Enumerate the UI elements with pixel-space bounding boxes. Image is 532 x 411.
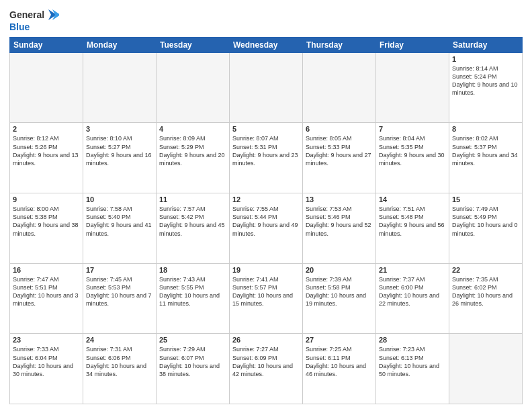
calendar-cell: 14Sunrise: 7:51 AM Sunset: 5:48 PM Dayli… [376,193,449,264]
day-number: 22 [452,266,519,274]
day-number: 1 [452,55,519,63]
calendar-cell: 17Sunrise: 7:45 AM Sunset: 5:53 PM Dayli… [83,263,157,334]
calendar-cell: 27Sunrise: 7:25 AM Sunset: 6:11 PM Dayli… [303,334,376,404]
calendar-cell: 18Sunrise: 7:43 AM Sunset: 5:55 PM Dayli… [157,263,230,334]
day-info: Sunrise: 7:39 AM Sunset: 5:58 PM Dayligh… [306,275,373,308]
calendar-cell: 26Sunrise: 7:27 AM Sunset: 6:09 PM Dayli… [230,334,303,404]
calendar-cell: 1Sunrise: 8:14 AM Sunset: 5:24 PM Daylig… [449,52,523,123]
day-info: Sunrise: 7:58 AM Sunset: 5:40 PM Dayligh… [86,205,153,238]
day-number: 19 [232,266,300,274]
day-number: 6 [306,125,373,133]
day-number: 7 [379,125,446,133]
day-number: 25 [159,336,226,344]
calendar-cell: 24Sunrise: 7:31 AM Sunset: 6:06 PM Dayli… [83,334,157,404]
day-number: 18 [159,266,226,274]
day-info: Sunrise: 7:51 AM Sunset: 5:48 PM Dayligh… [379,205,446,238]
calendar-cell [157,52,230,123]
logo: General Blue [9,8,59,33]
weekday-header: Sunday [10,37,83,52]
weekday-header: Wednesday [230,37,303,52]
calendar-cell: 6Sunrise: 8:05 AM Sunset: 5:33 PM Daylig… [303,123,376,193]
logo-blue: Blue [9,21,59,33]
day-info: Sunrise: 7:43 AM Sunset: 5:55 PM Dayligh… [159,275,226,308]
day-number: 2 [13,125,80,133]
day-info: Sunrise: 7:45 AM Sunset: 5:53 PM Dayligh… [86,275,153,308]
day-info: Sunrise: 8:14 AM Sunset: 5:24 PM Dayligh… [452,64,519,97]
calendar-cell [303,52,376,123]
day-number: 12 [232,195,300,203]
calendar-cell: 28Sunrise: 7:23 AM Sunset: 6:13 PM Dayli… [376,334,449,404]
day-number: 9 [13,195,80,203]
calendar-cell: 22Sunrise: 7:35 AM Sunset: 6:02 PM Dayli… [449,263,523,334]
day-info: Sunrise: 7:57 AM Sunset: 5:42 PM Dayligh… [159,205,226,238]
weekday-header: Tuesday [157,37,230,52]
header: General Blue [9,8,523,33]
day-number: 5 [232,125,300,133]
day-info: Sunrise: 8:09 AM Sunset: 5:29 PM Dayligh… [159,134,226,167]
day-info: Sunrise: 7:53 AM Sunset: 5:46 PM Dayligh… [306,205,373,238]
day-info: Sunrise: 8:12 AM Sunset: 5:26 PM Dayligh… [13,134,80,167]
day-number: 4 [159,125,226,133]
day-info: Sunrise: 7:25 AM Sunset: 6:11 PM Dayligh… [306,345,373,378]
day-info: Sunrise: 7:41 AM Sunset: 5:57 PM Dayligh… [232,275,300,308]
calendar-cell: 8Sunrise: 8:02 AM Sunset: 5:37 PM Daylig… [449,123,523,193]
calendar-cell: 10Sunrise: 7:58 AM Sunset: 5:40 PM Dayli… [83,193,157,264]
logo-arrow-icon [46,8,59,21]
day-info: Sunrise: 8:07 AM Sunset: 5:31 PM Dayligh… [232,134,300,167]
calendar-cell: 5Sunrise: 8:07 AM Sunset: 5:31 PM Daylig… [230,123,303,193]
calendar-cell: 25Sunrise: 7:29 AM Sunset: 6:07 PM Dayli… [157,334,230,404]
day-info: Sunrise: 8:10 AM Sunset: 5:27 PM Dayligh… [86,134,153,167]
page: General Blue SundayMondayTuesdayWednesda… [0,0,532,411]
day-info: Sunrise: 7:55 AM Sunset: 5:44 PM Dayligh… [232,205,300,238]
calendar-cell: 15Sunrise: 7:49 AM Sunset: 5:49 PM Dayli… [449,193,523,264]
calendar-cell: 2Sunrise: 8:12 AM Sunset: 5:26 PM Daylig… [10,123,83,193]
day-number: 27 [306,336,373,344]
calendar-cell: 13Sunrise: 7:53 AM Sunset: 5:46 PM Dayli… [303,193,376,264]
weekday-header: Thursday [303,37,376,52]
day-info: Sunrise: 7:37 AM Sunset: 6:00 PM Dayligh… [379,275,446,308]
day-info: Sunrise: 8:00 AM Sunset: 5:38 PM Dayligh… [13,205,80,238]
day-info: Sunrise: 7:31 AM Sunset: 6:06 PM Dayligh… [86,345,153,378]
calendar-table: SundayMondayTuesdayWednesdayThursdayFrid… [9,37,523,404]
day-number: 23 [13,336,80,344]
day-info: Sunrise: 7:47 AM Sunset: 5:51 PM Dayligh… [13,275,80,308]
day-number: 17 [86,266,153,274]
calendar-cell: 20Sunrise: 7:39 AM Sunset: 5:58 PM Dayli… [303,263,376,334]
day-info: Sunrise: 8:02 AM Sunset: 5:37 PM Dayligh… [452,134,519,167]
day-number: 10 [86,195,153,203]
day-number: 15 [452,195,519,203]
calendar-cell [449,334,523,404]
calendar-cell [376,52,449,123]
calendar-cell: 23Sunrise: 7:33 AM Sunset: 6:04 PM Dayli… [10,334,83,404]
calendar-cell: 19Sunrise: 7:41 AM Sunset: 5:57 PM Dayli… [230,263,303,334]
day-number: 3 [86,125,153,133]
day-number: 21 [379,266,446,274]
weekday-header: Saturday [449,37,523,52]
day-info: Sunrise: 7:29 AM Sunset: 6:07 PM Dayligh… [159,345,226,378]
calendar-cell: 3Sunrise: 8:10 AM Sunset: 5:27 PM Daylig… [83,123,157,193]
day-number: 24 [86,336,153,344]
day-number: 28 [379,336,446,344]
day-info: Sunrise: 8:04 AM Sunset: 5:35 PM Dayligh… [379,134,446,167]
calendar-cell: 4Sunrise: 8:09 AM Sunset: 5:29 PM Daylig… [157,123,230,193]
day-number: 26 [232,336,300,344]
day-number: 20 [306,266,373,274]
day-number: 8 [452,125,519,133]
day-info: Sunrise: 7:49 AM Sunset: 5:49 PM Dayligh… [452,205,519,238]
day-number: 16 [13,266,80,274]
calendar-cell: 11Sunrise: 7:57 AM Sunset: 5:42 PM Dayli… [157,193,230,264]
day-number: 14 [379,195,446,203]
calendar-cell: 9Sunrise: 8:00 AM Sunset: 5:38 PM Daylig… [10,193,83,264]
calendar-cell: 7Sunrise: 8:04 AM Sunset: 5:35 PM Daylig… [376,123,449,193]
calendar-cell [230,52,303,123]
day-info: Sunrise: 7:33 AM Sunset: 6:04 PM Dayligh… [13,345,80,378]
day-info: Sunrise: 7:35 AM Sunset: 6:02 PM Dayligh… [452,275,519,308]
day-info: Sunrise: 7:27 AM Sunset: 6:09 PM Dayligh… [232,345,300,378]
calendar-cell: 21Sunrise: 7:37 AM Sunset: 6:00 PM Dayli… [376,263,449,334]
calendar-cell: 12Sunrise: 7:55 AM Sunset: 5:44 PM Dayli… [230,193,303,264]
weekday-header: Monday [83,37,157,52]
calendar-cell [83,52,157,123]
day-info: Sunrise: 7:23 AM Sunset: 6:13 PM Dayligh… [379,345,446,378]
day-number: 11 [159,195,226,203]
calendar-cell: 16Sunrise: 7:47 AM Sunset: 5:51 PM Dayli… [10,263,83,334]
